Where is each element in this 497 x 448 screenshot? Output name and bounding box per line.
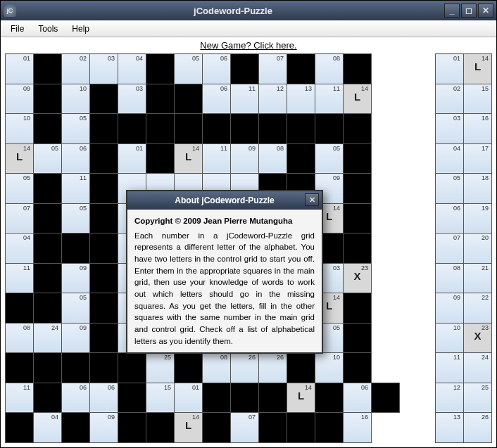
cell-number: 09 — [232, 145, 257, 152]
grid-cell[interactable]: 09 — [62, 323, 90, 353]
control-cell[interactable]: 14L — [464, 54, 492, 84]
grid-cell[interactable]: 03 — [90, 54, 118, 84]
grid-cell[interactable]: 04 — [6, 233, 34, 264]
grid-cell[interactable]: 05 — [62, 114, 90, 144]
grid-cell[interactable]: 05 — [62, 203, 90, 233]
grid-cell[interactable]: 05 — [6, 174, 34, 204]
grid-cell[interactable]: 07 — [231, 413, 259, 443]
grid-cell[interactable]: 25 — [146, 353, 175, 383]
grid-cell[interactable]: 23X — [344, 263, 372, 293]
grid-cell[interactable]: 04 — [118, 54, 146, 84]
control-cell[interactable]: 18 — [464, 174, 492, 204]
grid-cell[interactable]: 10 — [315, 353, 344, 383]
control-cell[interactable]: 24 — [464, 353, 492, 383]
control-cell[interactable]: 10 — [436, 323, 464, 353]
control-cell[interactable]: 19 — [464, 203, 492, 233]
grid-cell[interactable]: 06 — [90, 383, 118, 413]
about-dialog: About jCodeword-Puzzle ✕ Copyright © 200… — [126, 190, 323, 354]
grid-cell[interactable]: 14L — [6, 143, 34, 174]
control-cell[interactable]: 26 — [464, 413, 492, 443]
control-cell[interactable]: 25 — [464, 383, 492, 413]
grid-cell[interactable]: 01 — [175, 383, 203, 413]
control-cell[interactable]: 06 — [436, 203, 464, 233]
menu-file[interactable]: File — [5, 23, 30, 35]
grid-cell[interactable]: 11 — [203, 143, 231, 174]
grid-cell[interactable]: 14L — [344, 84, 372, 114]
grid-cell[interactable]: 05 — [62, 293, 90, 324]
grid-cell[interactable]: 11 — [62, 174, 90, 204]
control-cell[interactable]: 11 — [436, 353, 464, 383]
grid-cell[interactable]: 14L — [175, 143, 203, 174]
grid-cell[interactable]: 04 — [34, 413, 62, 443]
grid-cell[interactable]: 05 — [34, 143, 62, 174]
control-cell[interactable]: 01 — [436, 54, 464, 84]
grid-cell[interactable]: 13 — [287, 84, 315, 114]
grid-cell[interactable]: 09 — [231, 143, 259, 174]
grid-cell[interactable]: 11 — [315, 84, 344, 114]
control-cell[interactable]: 20 — [464, 233, 492, 264]
grid-cell[interactable]: 09 — [90, 413, 118, 443]
grid-cell[interactable]: 08 — [203, 353, 231, 383]
cell-number: 09 — [7, 85, 32, 92]
grid-cell[interactable]: 12 — [259, 84, 287, 114]
grid-black-cell — [62, 413, 90, 443]
cell-number: 16 — [465, 115, 490, 122]
control-cell[interactable]: 04 — [436, 143, 464, 174]
control-cell[interactable]: 15 — [464, 84, 492, 114]
grid-cell[interactable]: 08 — [259, 143, 287, 174]
control-cell[interactable]: 22 — [464, 293, 492, 324]
control-cell[interactable]: 23X — [464, 323, 492, 353]
grid-cell[interactable]: 10 — [6, 114, 34, 144]
grid-cell[interactable]: 06 — [203, 84, 231, 114]
menu-help[interactable]: Help — [66, 23, 95, 35]
control-cell[interactable]: 05 — [436, 174, 464, 204]
control-cell[interactable]: 13 — [436, 413, 464, 443]
grid-cell[interactable]: 09 — [62, 263, 90, 293]
grid-cell[interactable]: 05 — [315, 143, 344, 174]
new-game-link[interactable]: New Game? Click here. — [1, 37, 496, 52]
control-cell[interactable]: 08 — [436, 263, 464, 293]
grid-cell[interactable]: 15 — [146, 383, 175, 413]
control-cell[interactable]: 21 — [464, 263, 492, 293]
grid-cell[interactable]: 08 — [315, 54, 344, 84]
grid-cell[interactable]: 03 — [118, 84, 146, 114]
grid-cell[interactable]: 06 — [62, 143, 90, 174]
grid-cell[interactable]: 06 — [62, 383, 90, 413]
grid-cell[interactable]: 09 — [6, 84, 34, 114]
grid-cell[interactable]: 02 — [62, 54, 90, 84]
grid-cell[interactable]: 26 — [259, 353, 287, 383]
control-cell[interactable]: 02 — [436, 84, 464, 114]
control-cell[interactable]: 12 — [436, 383, 464, 413]
control-cell[interactable]: 16 — [464, 114, 492, 144]
grid-cell[interactable]: 11 — [6, 383, 34, 413]
control-cell[interactable]: 09 — [436, 293, 464, 324]
grid-cell[interactable]: 14L — [175, 413, 203, 443]
grid-cell[interactable]: 06 — [344, 383, 372, 413]
grid-cell[interactable]: 11 — [231, 84, 259, 114]
grid-cell[interactable]: 07 — [6, 203, 34, 233]
grid-black-cell — [344, 174, 372, 204]
grid-cell[interactable]: 24 — [34, 323, 62, 353]
control-cell[interactable]: 03 — [436, 114, 464, 144]
grid-cell[interactable]: 06 — [203, 54, 231, 84]
grid-cell[interactable]: 01 — [6, 54, 34, 84]
grid-cell[interactable]: 08 — [6, 323, 34, 353]
minimize-button[interactable]: _ — [444, 4, 460, 18]
close-button[interactable]: ✕ — [478, 4, 493, 18]
control-cell[interactable]: 07 — [436, 233, 464, 264]
control-cell[interactable]: 17 — [464, 143, 492, 174]
grid-black-cell — [231, 54, 259, 84]
about-dialog-close-button[interactable]: ✕ — [305, 193, 319, 206]
maximize-button[interactable]: ◻ — [461, 4, 477, 18]
grid-cell[interactable]: 10 — [62, 84, 90, 114]
menu-tools[interactable]: Tools — [32, 23, 63, 35]
grid-black-cell — [344, 114, 372, 144]
grid-cell[interactable]: 05 — [175, 54, 203, 84]
grid-cell[interactable]: 14L — [287, 383, 315, 413]
grid-cell[interactable]: 01 — [118, 143, 146, 174]
grid-cell[interactable]: 11 — [6, 263, 34, 293]
grid-black-cell — [6, 293, 34, 324]
grid-cell[interactable]: 26 — [231, 353, 259, 383]
grid-cell[interactable]: 16 — [344, 413, 372, 443]
grid-cell[interactable]: 07 — [259, 54, 287, 84]
